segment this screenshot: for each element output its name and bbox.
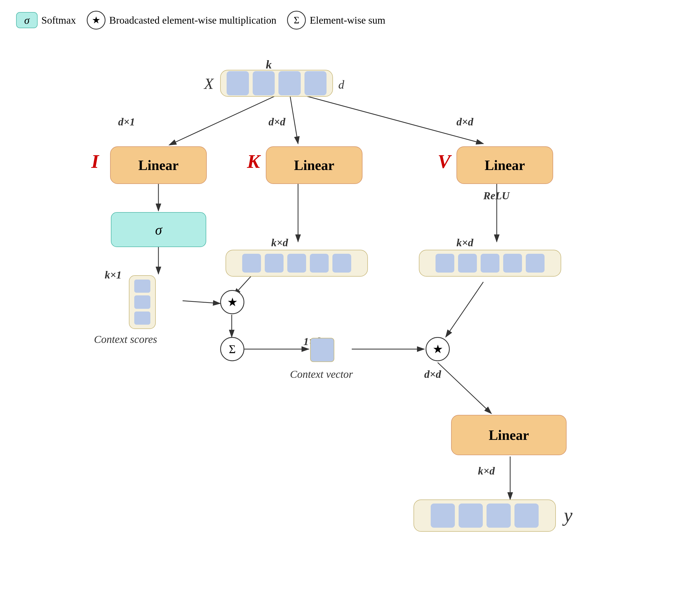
out-cell-2 (459, 503, 483, 528)
x-cell-4 (305, 71, 327, 95)
kxd2-cell-4 (503, 254, 522, 273)
dim-dxd1-label: d×d (268, 115, 285, 128)
final-linear-label: Linear (489, 427, 529, 443)
x-cell-2 (253, 71, 275, 95)
sum-legend-symbol: Σ (294, 14, 299, 26)
k-linear-box: Linear (266, 147, 363, 184)
sigma-node: σ (111, 212, 206, 247)
star-legend-circle: ★ (87, 11, 106, 29)
kxd1-cell-5 (332, 254, 351, 273)
out-cell-1 (431, 503, 455, 528)
k-label: k (266, 58, 272, 71)
i-linear-box: Linear (110, 147, 207, 184)
d-label-x: d (338, 78, 344, 92)
V-label: V (438, 150, 450, 173)
legend-softmax: σ Softmax (16, 12, 76, 28)
svg-line-13 (446, 282, 483, 337)
out-cell-3 (487, 503, 511, 528)
kx1-cell-1 (134, 280, 150, 293)
legend-broadcast: ★ Broadcasted element-wise multiplicatio… (87, 11, 277, 29)
x-cell-3 (278, 71, 301, 95)
kxd1-tensor (226, 250, 368, 277)
context-scores-label: Context scores (94, 333, 157, 346)
context-vector-label: Context vector (290, 368, 353, 380)
context-vector-cell (310, 338, 334, 362)
k-linear-label: Linear (294, 157, 334, 173)
v-linear-label: Linear (485, 157, 525, 173)
kx1-cell-3 (134, 311, 150, 325)
sigma-node-label: σ (155, 222, 162, 238)
kxd1-label: k×d (271, 236, 288, 249)
legend-elementwise: Σ Element-wise sum (287, 11, 385, 29)
kx1-tensor (129, 275, 156, 329)
out-cell-4 (515, 503, 538, 528)
output-tensor (414, 500, 556, 532)
kx1-cell-2 (134, 295, 150, 308)
star-legend-symbol: ★ (92, 14, 100, 26)
svg-line-1 (169, 95, 277, 145)
i-linear-label: Linear (138, 157, 179, 173)
dim-dx1-label: d×1 (118, 115, 135, 128)
kxd1-cell-3 (287, 254, 306, 273)
relu-label: ReLU (483, 189, 509, 202)
kxd2-cell-5 (526, 254, 545, 273)
kxd1-cell-1 (242, 254, 261, 273)
K-label: K (247, 150, 260, 173)
sigma-legend-symbol: σ (24, 14, 29, 27)
final-linear-box: Linear (451, 415, 566, 455)
sum-node: Σ (220, 337, 244, 361)
x-tensor (220, 70, 333, 97)
star-1-symbol: ★ (227, 295, 238, 309)
softmax-legend-label: Softmax (41, 14, 76, 26)
sum-legend-circle: Σ (287, 11, 306, 29)
kxd2-cell-1 (435, 254, 454, 273)
kxd2-cell-3 (481, 254, 500, 273)
svg-line-6 (183, 301, 220, 304)
star-node-1: ★ (220, 290, 244, 314)
svg-line-2 (290, 95, 298, 144)
kxd3-label: k×d (478, 464, 495, 477)
star-2-symbol: ★ (433, 342, 443, 356)
sum-symbol: Σ (229, 343, 236, 356)
legend: σ Softmax ★ Broadcasted element-wise mul… (16, 11, 385, 29)
diagram: X k d d×1 I Linear d×d K Linear d×d V Li… (0, 43, 700, 607)
kxd1-cell-2 (265, 254, 283, 273)
v-linear-box: Linear (457, 147, 553, 184)
kxd2-label: k×d (457, 236, 473, 249)
x-label: X (204, 75, 213, 93)
dim-dxd2-label: d×d (457, 115, 473, 128)
arrows-svg (0, 43, 700, 607)
kxd2-tensor (419, 250, 561, 277)
kxd1-cell-4 (310, 254, 328, 273)
kxd2-cell-2 (458, 254, 477, 273)
svg-line-14 (438, 363, 491, 414)
kx1-label: k×1 (105, 268, 122, 281)
I-label: I (91, 150, 99, 173)
x-cell-1 (227, 71, 249, 95)
elementwise-legend-label: Element-wise sum (310, 14, 385, 26)
dim-dxd3-label: d×d (424, 368, 441, 380)
star-node-2: ★ (425, 337, 450, 361)
y-label: y (564, 504, 572, 527)
broadcast-legend-label: Broadcasted element-wise multiplication (109, 14, 277, 26)
sigma-legend-box: σ (16, 12, 38, 28)
